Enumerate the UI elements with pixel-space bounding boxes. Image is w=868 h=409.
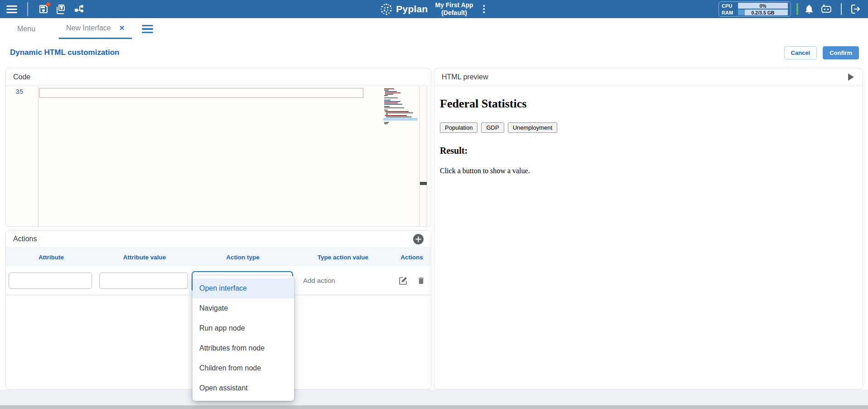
dropdown-option-navigate[interactable]: Navigate — [193, 298, 294, 318]
column-header-attribute: Attribute — [6, 254, 96, 261]
tab-close-icon[interactable]: ✕ — [119, 24, 125, 32]
save-all-icon[interactable] — [55, 3, 67, 15]
ram-bar: 0.2/3.5 GB — [738, 10, 788, 15]
code-panel-title: Code — [6, 68, 431, 86]
unsaved-changes-badge — [46, 2, 50, 6]
page-footer-edge — [0, 405, 868, 409]
line-number: 35 — [6, 88, 33, 96]
add-row-button[interactable] — [413, 234, 424, 244]
actions-panel-title: Actions — [13, 235, 37, 243]
editor-scrollbar[interactable] — [420, 87, 427, 226]
edit-action-icon[interactable] — [399, 276, 408, 285]
assistant-bot-icon[interactable] — [820, 3, 833, 15]
editor-scrollbar-thumb[interactable] — [420, 182, 427, 185]
attribute-input[interactable] — [9, 273, 92, 289]
tab-label: New Interface — [66, 24, 111, 32]
result-label: Result: — [440, 146, 857, 156]
result-text: Click a button to show a value. — [440, 167, 857, 175]
header-divider — [841, 3, 842, 15]
resource-monitor: CPU 0% RAM 0.2/3.5 GB — [719, 1, 791, 17]
run-preview-icon[interactable] — [845, 72, 855, 82]
engine-status-indicator — [796, 3, 798, 15]
preview-panel-title: HTML preview — [442, 73, 488, 81]
code-panel: Code 35 — [5, 68, 431, 227]
unemployment-button[interactable]: Unemployment — [508, 122, 557, 133]
minimap-viewport[interactable] — [383, 118, 418, 121]
column-header-attribute-value: Attribute value — [96, 254, 193, 261]
tab-list-icon[interactable] — [142, 25, 153, 34]
dropdown-option-open-assistant[interactable]: Open assistant — [193, 378, 294, 398]
column-header-action-type: Action type — [193, 254, 293, 261]
attribute-value-input[interactable] — [99, 273, 188, 289]
code-editor[interactable]: 35 — [6, 87, 431, 226]
cancel-button[interactable]: Cancel — [784, 46, 817, 59]
html-preview-panel: HTML preview Federal Statistics Populati… — [434, 68, 863, 390]
pyplan-logo[interactable]: Pyplan — [380, 3, 428, 15]
delete-action-icon[interactable] — [417, 276, 425, 285]
logo-text: Pyplan — [396, 4, 428, 15]
notifications-bell-icon[interactable] — [804, 4, 815, 15]
app-header: Pyplan My First App (Default) CPU 0% RAM… — [0, 0, 868, 18]
dropdown-option-run-app-node[interactable]: Run app node — [193, 318, 294, 338]
dropdown-option-open-interface[interactable]: Open interface — [193, 278, 294, 298]
cpu-bar: 0% — [738, 3, 788, 9]
editor-active-line[interactable] — [39, 88, 363, 98]
app-menu-kebab-icon[interactable] — [481, 4, 488, 14]
gdp-button[interactable]: GDP — [481, 122, 504, 133]
pyplan-logo-icon — [380, 3, 392, 15]
editor-gutter: 35 — [6, 87, 39, 226]
tab-new-interface[interactable]: New Interface ✕ — [59, 19, 132, 39]
type-action-value-placeholder[interactable]: Add action — [293, 277, 393, 284]
column-header-type-action-value: Type action value — [293, 254, 393, 261]
page-title: Dynamic HTML customization — [10, 48, 120, 57]
tab-menu[interactable]: Menu — [14, 25, 39, 33]
header-divider — [27, 2, 28, 16]
save-icon[interactable] — [38, 4, 49, 15]
column-header-actions: Actions — [393, 254, 431, 261]
model-network-icon[interactable] — [73, 3, 85, 15]
page-title-row: Dynamic HTML customization Cancel Confir… — [0, 44, 868, 62]
cpu-label: CPU — [722, 3, 735, 9]
interface-tabbar: Menu New Interface ✕ — [0, 18, 868, 40]
page-footer — [0, 390, 868, 405]
preview-content: Federal Statistics Population GDP Unempl… — [434, 86, 863, 181]
logout-icon[interactable] — [850, 3, 862, 15]
app-title[interactable]: My First App (Default) — [435, 1, 473, 17]
hamburger-menu-icon[interactable] — [6, 4, 17, 15]
confirm-button[interactable]: Confirm — [823, 46, 859, 59]
dropdown-option-attributes-from-node[interactable]: Attributes from node — [193, 338, 294, 358]
preview-heading: Federal Statistics — [440, 97, 857, 111]
action-type-dropdown: Open interface Navigate Run app node Att… — [193, 276, 294, 401]
actions-table-header: Attribute Attribute value Action type Ty… — [6, 248, 431, 266]
ram-label: RAM — [722, 10, 735, 15]
dropdown-option-children-from-node[interactable]: Children from node — [193, 358, 294, 378]
population-button[interactable]: Population — [440, 122, 477, 133]
